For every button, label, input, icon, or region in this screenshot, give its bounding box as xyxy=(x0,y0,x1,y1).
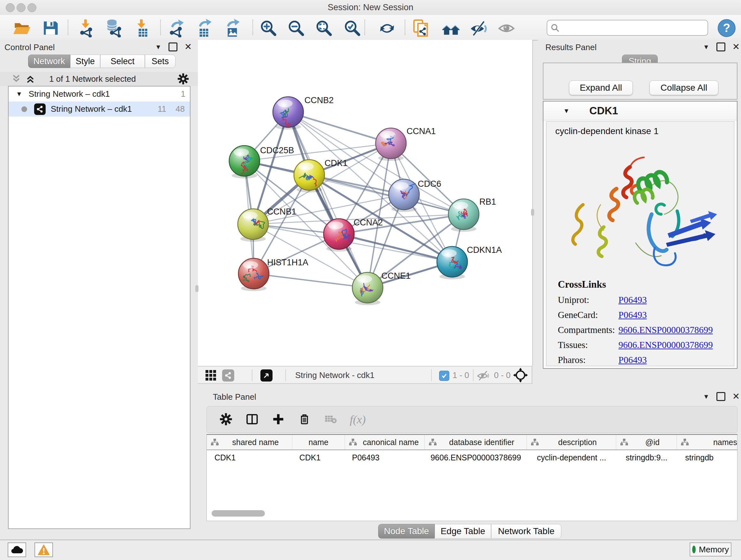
hidden-eye-slash-icon xyxy=(477,370,490,381)
search-input[interactable] xyxy=(562,21,705,34)
crosslink-label: GeneCard: xyxy=(558,310,618,320)
fit-selected-crosshair-icon[interactable] xyxy=(513,368,528,382)
string-protein-query-button[interactable] xyxy=(412,19,430,37)
warnings-button[interactable] xyxy=(35,543,53,557)
node-CCNB2: CCNB2 xyxy=(273,96,334,130)
column-header[interactable]: description xyxy=(527,435,616,449)
zoom-out-button[interactable] xyxy=(287,19,306,37)
hide-unhide-button[interactable] xyxy=(469,19,488,37)
node-label-CCNB1: CCNB1 xyxy=(267,207,296,216)
titlebar: Session: New Session xyxy=(0,0,741,15)
zoom-selected-button[interactable] xyxy=(343,19,361,37)
import-network-database-button[interactable] xyxy=(105,19,123,37)
pharos-link[interactable]: P06493 xyxy=(618,355,647,365)
node-table: shared name name canonical name database… xyxy=(206,434,738,521)
column-header[interactable]: canonical name xyxy=(345,435,425,449)
memory-button[interactable]: Memory xyxy=(690,543,731,557)
results-panel-header-icons: ▼ ✕ xyxy=(703,43,740,51)
entry-collapse-icon[interactable]: ▼ xyxy=(563,107,569,115)
results-entry-header[interactable]: ▼ CDK1 xyxy=(543,102,737,120)
search-box xyxy=(547,20,708,36)
import-network-file-button[interactable] xyxy=(77,19,95,37)
crosslink-row: Uniprot: P06493 xyxy=(558,295,713,305)
node-label-CDKN1A: CDKN1A xyxy=(467,245,502,255)
create-column-icon[interactable] xyxy=(271,412,285,427)
node-label-CDC25B: CDC25B xyxy=(260,145,294,155)
close-panel-icon[interactable]: ✕ xyxy=(185,44,192,51)
toolbar-separator xyxy=(364,20,365,35)
collection-expand-icon[interactable]: ▼ xyxy=(16,90,22,98)
cytoscape-window: Session: New Session xyxy=(0,0,741,560)
float-panel-icon[interactable] xyxy=(717,43,725,51)
show-eye-button[interactable] xyxy=(497,19,516,37)
network-canvas[interactable]: CCNB2CCNA1CDC25BCDK1CDC6RB1CCNB1CCNA2CDK… xyxy=(198,40,533,366)
left-splitter-grip[interactable] xyxy=(195,285,199,292)
delete-table-icon-disabled xyxy=(324,412,338,427)
node-label-CDK1: CDK1 xyxy=(325,159,347,168)
compartments-link[interactable]: 9606.ENSP00000378699 xyxy=(618,325,713,335)
status-bar: Memory xyxy=(0,540,741,560)
expand-all-button[interactable]: Expand All xyxy=(569,80,633,95)
column-header[interactable]: namespace xyxy=(677,435,738,449)
zoom-fit-button[interactable] xyxy=(315,19,333,37)
tab-sets[interactable]: Sets xyxy=(145,55,176,68)
float-panel-icon[interactable] xyxy=(169,43,178,51)
float-panel-icon[interactable] xyxy=(717,392,725,401)
network-row[interactable]: String Network – cdk1 11 48 xyxy=(9,102,190,117)
network-list-toolbar: 1 of 1 Network selected xyxy=(0,72,198,86)
network-collection-row[interactable]: ▼ String Network – cdk1 1 xyxy=(9,86,190,102)
delete-column-icon[interactable] xyxy=(297,412,312,427)
tab-network-table[interactable]: Network Table xyxy=(491,524,561,539)
tab-network[interactable]: Network xyxy=(28,55,70,68)
panel-menu-icon[interactable]: ▼ xyxy=(703,393,710,400)
toolbar-separator xyxy=(405,20,405,35)
cloud-status-button[interactable] xyxy=(8,543,26,557)
show-columns-icon[interactable] xyxy=(245,412,259,427)
right-splitter-grip[interactable] xyxy=(531,209,534,216)
save-session-button[interactable] xyxy=(41,19,60,37)
selected-checkbox-icon[interactable] xyxy=(439,371,449,381)
tab-edge-table[interactable]: Edge Table xyxy=(434,524,491,539)
panel-menu-icon[interactable]: ▼ xyxy=(155,44,161,51)
panel-menu-icon[interactable]: ▼ xyxy=(703,44,710,51)
tissues-link[interactable]: 9606.ENSP00000378699 xyxy=(618,340,713,350)
tab-style[interactable]: Style xyxy=(70,55,100,68)
close-panel-icon[interactable]: ✕ xyxy=(732,393,740,400)
network-label: String Network – cdk1 xyxy=(51,104,132,114)
uniprot-link[interactable]: P06493 xyxy=(618,295,647,305)
export-table-button[interactable] xyxy=(195,19,213,37)
crosslink-label: Uniprot: xyxy=(558,295,618,305)
table-row[interactable]: CDK1 CDK1 P06493 9606.ENSP00000378699 cy… xyxy=(207,450,737,465)
open-session-button[interactable] xyxy=(12,19,31,37)
close-panel-icon[interactable]: ✕ xyxy=(732,44,740,51)
apply-layout-button[interactable] xyxy=(378,19,396,37)
genecard-link[interactable]: P06493 xyxy=(618,310,647,320)
help-button[interactable]: ? xyxy=(718,19,736,37)
table-options-gear-icon[interactable] xyxy=(219,412,233,427)
tab-node-table[interactable]: Node Table xyxy=(378,524,434,539)
network-view-icon[interactable] xyxy=(222,369,234,381)
column-header[interactable]: name xyxy=(292,435,345,449)
network-options-gear-icon[interactable] xyxy=(177,72,190,85)
horizontal-scrollbar-thumb[interactable] xyxy=(212,510,265,516)
table-panel-tabs: Node Table Edge Table Network Table xyxy=(378,524,561,539)
protein-structure-image xyxy=(556,138,725,275)
import-table-button[interactable] xyxy=(133,19,152,37)
zoom-in-button[interactable] xyxy=(259,19,278,37)
column-header[interactable]: database identifier xyxy=(425,435,527,449)
birdseye-view-icon[interactable] xyxy=(260,369,273,381)
node-RB1: RB1 xyxy=(448,197,496,232)
column-header[interactable]: shared name xyxy=(207,435,292,449)
crosslink-label: Pharos: xyxy=(558,355,618,365)
network-icon xyxy=(34,104,46,115)
grid-view-icon[interactable] xyxy=(205,369,216,381)
tab-select[interactable]: Select xyxy=(100,55,145,68)
function-builder-icon-disabled: f(x) xyxy=(350,413,366,426)
export-image-button[interactable] xyxy=(223,19,242,37)
column-header[interactable]: @id xyxy=(616,435,677,449)
collapse-all-button[interactable]: Collapse All xyxy=(650,80,718,95)
toolbar-separator xyxy=(253,20,253,35)
main-toolbar: ? xyxy=(0,15,741,41)
home-databases-icon[interactable] xyxy=(442,19,460,37)
export-network-button[interactable] xyxy=(167,19,186,37)
